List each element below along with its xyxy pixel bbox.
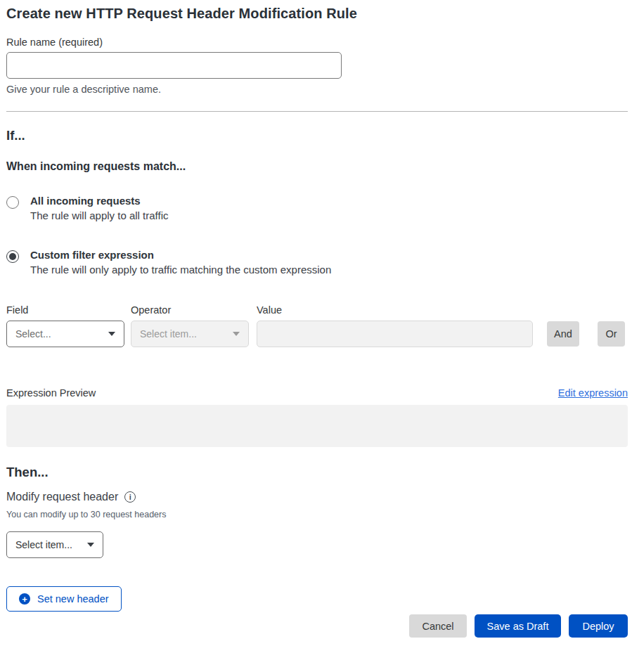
modify-header-row: Modify request header i <box>6 491 628 503</box>
edit-expression-link[interactable]: Edit expression <box>558 387 628 399</box>
value-label: Value <box>257 304 282 316</box>
radio-all-requests-description: The rule will apply to all traffic <box>30 209 168 221</box>
page-title: Create new HTTP Request Header Modificat… <box>6 6 628 22</box>
radio-texts: Custom filter expression The rule will o… <box>30 249 331 276</box>
save-as-draft-button[interactable]: Save as Draft <box>475 614 561 638</box>
modify-request-header-label: Modify request header <box>6 491 118 503</box>
expression-builder-row: Select... Select item... And Or <box>6 321 628 347</box>
radio-dot <box>9 253 16 260</box>
field-label: Field <box>6 304 131 316</box>
rule-name-helper: Give your rule a descriptive name. <box>6 84 628 95</box>
radio-custom-expression[interactable] <box>6 250 19 263</box>
then-heading: Then... <box>6 465 628 480</box>
rule-name-block: Rule name (required) Give your rule a de… <box>6 37 628 95</box>
radio-custom-expression-label[interactable]: Custom filter expression <box>30 249 331 261</box>
create-rule-page: Create new HTTP Request Header Modificat… <box>0 0 632 638</box>
rule-name-input[interactable] <box>6 52 342 79</box>
operator-select-value: Select item... <box>140 328 197 340</box>
set-new-header-button[interactable]: + Set new header <box>6 586 122 612</box>
chevron-down-icon <box>108 332 115 336</box>
set-new-header-label: Set new header <box>37 593 109 605</box>
radio-all-requests-label[interactable]: All incoming requests <box>30 195 168 207</box>
radio-all-requests[interactable] <box>6 196 19 209</box>
if-heading: If... <box>6 128 628 143</box>
header-action-select[interactable]: Select item... <box>6 531 103 558</box>
footer-actions: Cancel Save as Draft Deploy <box>6 614 628 638</box>
operator-select[interactable]: Select item... <box>131 321 249 347</box>
field-select[interactable]: Select... <box>6 321 124 347</box>
or-button[interactable]: Or <box>598 321 625 347</box>
deploy-button[interactable]: Deploy <box>569 614 628 638</box>
chevron-down-icon <box>87 543 94 547</box>
operator-label: Operator <box>131 304 257 316</box>
header-action-select-value: Select item... <box>15 539 72 550</box>
expression-preview-header: Expression Preview Edit expression <box>6 387 628 399</box>
expression-preview-box <box>6 405 628 447</box>
plus-icon: + <box>19 593 30 605</box>
radio-option-all-requests[interactable]: All incoming requests The rule will appl… <box>6 195 628 221</box>
expression-builder-labels: Field Operator Value <box>6 304 628 316</box>
radio-option-custom-expression[interactable]: Custom filter expression The rule will o… <box>6 249 628 276</box>
radio-texts: All incoming requests The rule will appl… <box>30 195 168 221</box>
cancel-button[interactable]: Cancel <box>409 614 467 638</box>
radio-custom-expression-description: The rule will only apply to traffic matc… <box>30 264 331 276</box>
chevron-down-icon <box>233 332 240 336</box>
and-button[interactable]: And <box>547 321 579 347</box>
field-select-value: Select... <box>15 328 51 340</box>
expression-preview-label: Expression Preview <box>6 387 96 399</box>
info-icon[interactable]: i <box>124 491 136 503</box>
modify-header-helper: You can modify up to 30 request headers <box>6 510 628 519</box>
match-subheading: When incoming requests match... <box>6 160 628 173</box>
rule-name-label: Rule name (required) <box>6 37 628 48</box>
value-input[interactable] <box>257 321 533 347</box>
section-divider <box>6 111 628 112</box>
